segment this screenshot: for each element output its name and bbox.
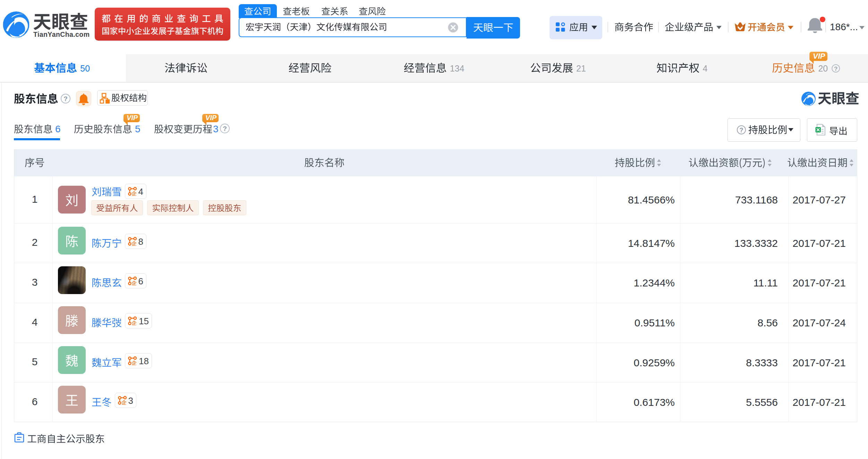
svg-text:3: 3 — [32, 276, 38, 288]
svg-text:6: 6 — [32, 396, 38, 407]
svg-text:186*...: 186*... — [830, 22, 858, 32]
svg-text:15: 15 — [139, 316, 149, 326]
svg-text:3: 3 — [213, 124, 219, 134]
svg-text:TianYanCha.com: TianYanCha.com — [33, 31, 90, 38]
svg-text:1.2344%: 1.2344% — [634, 277, 675, 289]
svg-text:6: 6 — [138, 276, 143, 286]
svg-text:81.4566%: 81.4566% — [628, 194, 675, 206]
svg-text:0.6173%: 0.6173% — [634, 397, 675, 408]
svg-text:20: 20 — [818, 64, 828, 73]
svg-text:VIP: VIP — [127, 114, 138, 122]
svg-text:11.11: 11.11 — [753, 277, 778, 289]
svg-text:2017-07-21: 2017-07-21 — [793, 357, 846, 368]
svg-text:3: 3 — [128, 395, 133, 406]
svg-text:2017-07-27: 2017-07-27 — [793, 194, 846, 206]
svg-text:18: 18 — [139, 356, 149, 366]
svg-text:8: 8 — [138, 236, 143, 247]
svg-text:133.3332: 133.3332 — [734, 237, 778, 249]
svg-text:0.9259%: 0.9259% — [634, 357, 675, 368]
svg-text:4: 4 — [703, 64, 707, 73]
svg-text:VIP: VIP — [813, 52, 825, 60]
svg-text:8.56: 8.56 — [758, 317, 778, 328]
svg-text:4: 4 — [138, 186, 143, 197]
svg-text:?: ? — [223, 125, 227, 132]
svg-text:2017-07-21: 2017-07-21 — [793, 237, 846, 249]
svg-text:2017-07-21: 2017-07-21 — [793, 277, 846, 289]
svg-text:1: 1 — [32, 193, 38, 205]
svg-text:0.9511%: 0.9511% — [635, 317, 675, 328]
svg-text:2: 2 — [32, 236, 38, 248]
svg-text:?: ? — [834, 66, 837, 72]
svg-text:14.8147%: 14.8147% — [628, 237, 675, 249]
svg-text:2017-07-24: 2017-07-24 — [793, 317, 846, 328]
svg-text:134: 134 — [450, 64, 465, 73]
svg-text:2017-07-21: 2017-07-21 — [793, 397, 846, 408]
svg-text:?: ? — [63, 95, 68, 102]
svg-text:5: 5 — [135, 124, 141, 134]
svg-text:5: 5 — [32, 356, 38, 367]
svg-text:8.3333: 8.3333 — [746, 357, 778, 368]
svg-text:21: 21 — [576, 64, 586, 73]
svg-text:50: 50 — [80, 64, 90, 73]
svg-text:5.5556: 5.5556 — [746, 397, 778, 408]
svg-text:VIP: VIP — [205, 114, 217, 122]
svg-text:6: 6 — [55, 124, 61, 134]
svg-text:?: ? — [740, 127, 743, 134]
svg-text:733.1168: 733.1168 — [735, 194, 778, 206]
svg-text:4: 4 — [32, 316, 38, 328]
